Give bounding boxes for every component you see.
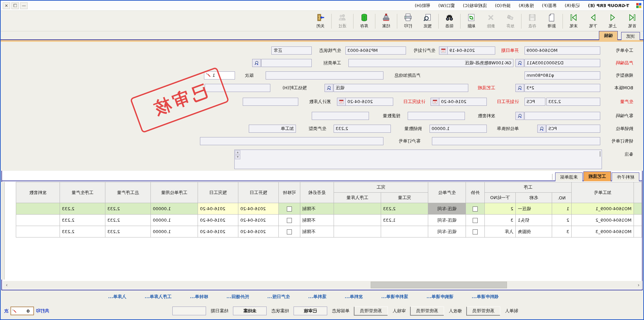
col-outsource[interactable]: 外协 [466,182,485,203]
cell[interactable]: 2 [485,203,516,215]
unit-rate-field[interactable]: 1.00000 [430,125,487,133]
product-lookup-icon[interactable] [515,59,524,67]
checkbox-icon[interactable] [473,206,478,212]
process-field[interactable]: 锻压 [334,84,468,92]
col-next-station[interactable]: 下一站NO [485,193,516,203]
cell[interactable] [16,226,60,237]
sale-unit-lookup-icon[interactable] [537,125,546,133]
cell[interactable]: 1 [552,203,572,215]
vertical-scrollbar[interactable] [1,182,5,280]
doc-link-2[interactable]: 退料申请单... [381,294,408,300]
checkbox-icon[interactable] [473,229,478,234]
doc-link-8[interactable]: 工序入库单... [145,294,172,300]
kit-sets-field[interactable] [408,112,465,120]
toolbar-new-doc-button[interactable]: 新增 [542,12,562,30]
table-row[interactable]: MO1604-0009_11锻压一2锻压-车间2,233不限制2016-04-2… [16,203,642,215]
cell[interactable]: 2016-04-20 [198,215,238,226]
wo-type-lookup-icon[interactable] [252,59,261,67]
doc-link-3[interactable]: 发料单... [345,294,363,300]
qty-unit-field[interactable]: PCS [524,98,545,106]
customer-code-field[interactable] [524,112,600,120]
cell[interactable]: 不限制 [300,203,334,215]
status-value-2[interactable]: 系统管理员 [354,307,388,315]
cell[interactable]: MO1604-0009_2 [572,215,634,226]
spec-field[interactable]: φ180*80mm [524,71,600,79]
sale-unit-field[interactable]: PCS [546,125,600,133]
checkbox-icon[interactable] [473,218,478,223]
open-date-field[interactable]: 2016-04-19 [447,46,495,55]
cell[interactable]: 不限制 [300,226,334,237]
qty-field[interactable]: 2,233 [546,98,600,106]
checkbox-cell[interactable] [279,203,300,215]
cell[interactable]: 入库 [485,226,516,237]
col-done-qty[interactable]: 完工量 [381,193,428,203]
col-total-output[interactable]: 总工序产量 [105,182,151,203]
cell[interactable]: 1.00000 [151,203,198,215]
status-value-1[interactable]: 系统管理员 [410,307,444,315]
cell[interactable] [16,203,60,215]
table-row[interactable]: MO1604-0009_22切头13锻压-车间1,233不限制2016-04-2… [16,215,642,226]
wo-type-field[interactable] [261,59,312,67]
cell[interactable] [16,215,60,226]
cell[interactable]: MO1604-0009_1 [572,203,634,215]
col-name[interactable]: 名称 [516,193,552,203]
cell[interactable]: 2,233 [105,226,151,237]
menu-item-0[interactable]: 记录(R) [561,2,584,10]
toolbar-print-button[interactable]: 打印 [398,12,418,30]
col-prod-unit[interactable]: 生产单位 [428,182,466,203]
toolbar-stamp-button[interactable]: 结案 [376,12,396,30]
cell[interactable]: 2016-04-20 [198,203,238,215]
plan-end-field[interactable]: 2016-04-20 [345,98,393,106]
doc-link-0[interactable]: 领料申请单... [472,294,499,300]
horizontal-scrollbar[interactable]: ‹ › [3,281,642,289]
checkbox-icon[interactable] [287,218,292,223]
cell[interactable]: 锻压-车间 [428,203,466,215]
minimize-button[interactable]: — [20,2,28,9]
cell[interactable]: 2,233 [60,215,105,226]
toolbar-nav-next-button[interactable]: 下笔 [583,12,603,30]
cell[interactable]: MO1604-0009_3 [572,226,634,237]
plan-end-calendar-icon[interactable]: 31 [337,98,346,106]
col-pre-end[interactable]: 预完工日 [198,182,238,203]
cell[interactable]: 3 [485,215,516,226]
col-order-no[interactable]: 加工单号 [572,182,634,203]
checkbox-cell[interactable] [466,226,485,237]
toolbar-nav-last-button[interactable]: 末笔 [564,12,583,30]
bom-version-field[interactable]: 2*3 [524,84,600,92]
toolbar-nav-prev-button[interactable]: 上笔 [603,12,622,30]
menu-app-title[interactable]: T-GROUP ERP (E) [584,2,633,9]
prod-type-field[interactable]: 加工单 [249,125,296,133]
scrap-qty-field[interactable] [312,112,369,120]
doc-link-1[interactable]: 请购申请单... [427,294,453,300]
plan-no-field[interactable]: MP1604-0003 [345,46,406,55]
checkbox-icon[interactable] [287,206,292,212]
spin-down-icon[interactable]: ▼ [235,155,240,159]
menu-item-2[interactable]: 报表(R) [515,2,538,10]
cell[interactable]: 1.00000 [151,226,198,237]
status-value-0[interactable]: 系统管理员 [467,307,500,315]
cell[interactable]: 1.00000 [151,215,198,226]
doc-link-9[interactable]: 入库单... [108,294,126,300]
tab-materials[interactable]: 材料子件 [612,172,639,181]
scroll-left-icon[interactable]: ‹ [635,282,642,288]
cell[interactable]: 2,233 [60,203,105,215]
toolbar-inventory-button[interactable]: 库存 [354,12,374,30]
cell[interactable]: 锻压-车间 [428,215,466,226]
cell[interactable]: 不限制 [300,215,334,226]
bom-lookup-icon[interactable] [515,84,524,92]
col-no[interactable]: NO. [552,193,572,203]
col-kit-sets[interactable]: 发料套数 [16,182,60,203]
scroll-right-icon[interactable]: › [3,282,10,288]
cell[interactable]: 2,233 [105,215,151,226]
cell[interactable]: 2016-04-20 [198,226,238,237]
cell[interactable]: 锻压-车间 [428,226,466,237]
col-step-output[interactable]: 工序生产量 [60,182,105,203]
doc-link-7[interactable]: 移转单... [190,294,208,300]
menu-item-1[interactable]: 界面(F) [538,2,561,10]
cell[interactable]: 锻压一 [516,203,552,215]
cell[interactable] [334,215,381,226]
cell[interactable]: 2,233 [60,226,105,237]
cell[interactable]: 3 [552,226,572,237]
col-unit-usage[interactable]: 工序单位用量 [151,182,198,203]
checkbox-cell[interactable] [279,215,300,226]
